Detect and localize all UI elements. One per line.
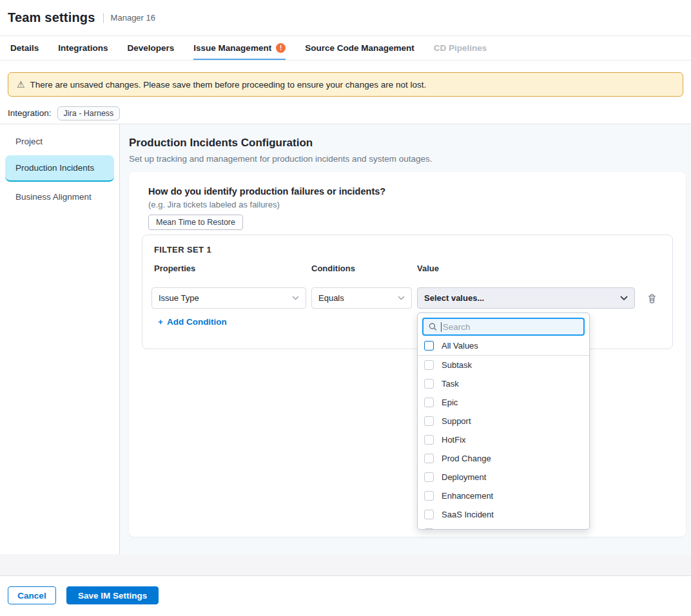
chevron-down-icon <box>620 296 628 301</box>
page-title: Team settings <box>8 10 95 25</box>
checkbox-icon[interactable] <box>424 528 434 530</box>
tab-source-code-management[interactable]: Source Code Management <box>305 36 414 60</box>
property-select-value: Issue Type <box>159 293 199 303</box>
title-divider <box>103 13 104 23</box>
option-label: SaaS Incident <box>442 510 494 519</box>
checkbox-icon[interactable] <box>424 360 434 370</box>
cancel-button[interactable]: Cancel <box>8 586 56 604</box>
value-select[interactable]: Select values... <box>417 287 635 309</box>
incidents-config-card: How do you identify production failures … <box>129 172 686 537</box>
select-all-label: All Values <box>442 341 478 351</box>
option-label: Prod Change <box>442 454 491 463</box>
dropdown-option-hotfix[interactable]: HotFix <box>418 430 589 449</box>
filter-column-labels: Properties Conditions Value <box>142 264 672 273</box>
dropdown-option-subtask[interactable]: Subtask <box>418 356 589 374</box>
section-title: Production Incidents Configuration <box>129 137 686 149</box>
chevron-down-icon <box>398 296 405 300</box>
value-dropdown-panel: All Values Subtask Task <box>417 313 590 530</box>
value-column-label: Value <box>417 264 439 273</box>
warning-triangle-icon: ⚠ <box>17 80 25 89</box>
option-label: Customer Notification <box>442 528 521 530</box>
value-select-placeholder: Select values... <box>424 293 484 303</box>
condition-select-value: Equals <box>318 293 344 303</box>
checkbox-icon[interactable] <box>424 472 434 482</box>
trash-icon <box>647 293 657 303</box>
sidebar-item-production-incidents[interactable]: Production Incidents <box>5 155 114 182</box>
dropdown-option-enhancement[interactable]: Enhancement <box>418 486 589 505</box>
tab-label: Issue Management <box>193 43 271 53</box>
checkbox-icon[interactable] <box>424 491 434 501</box>
dropdown-option-task[interactable]: Task <box>418 374 589 393</box>
integration-row: Integration: Jira - Harness <box>8 105 691 121</box>
filter-row: Issue Type Equals Select values... <box>142 287 672 309</box>
add-condition-button[interactable]: + Add Condition <box>158 317 227 327</box>
dropdown-option-deployment[interactable]: Deployment <box>418 468 589 486</box>
sidebar-item-project[interactable]: Project <box>0 133 119 150</box>
search-icon <box>429 322 437 331</box>
option-label: Epic <box>442 398 458 407</box>
checkbox-icon[interactable] <box>424 379 434 389</box>
integration-label: Integration: <box>8 108 52 118</box>
delete-filter-button[interactable] <box>647 293 657 303</box>
property-select[interactable]: Issue Type <box>151 287 306 309</box>
value-select-wrapper: Select values... <box>417 287 635 309</box>
tab-issue-management[interactable]: Issue Management ! <box>193 36 286 60</box>
tab-integrations[interactable]: Integrations <box>58 36 108 60</box>
identify-hint: (e.g. Jira tickets labeled as failures) <box>148 200 673 209</box>
save-im-settings-button[interactable]: Save IM Settings <box>66 586 159 604</box>
dropdown-option-support[interactable]: Support <box>418 412 589 430</box>
checkbox-icon[interactable] <box>424 454 434 463</box>
footer-bar: Cancel Save IM Settings <box>0 576 691 615</box>
dropdown-search-box[interactable] <box>422 318 585 336</box>
option-label: Subtask <box>442 360 472 370</box>
checkbox-icon[interactable] <box>424 341 434 351</box>
tab-cd-pipelines: CD Pipelines <box>434 36 487 60</box>
checkbox-icon[interactable] <box>424 416 434 426</box>
checkbox-icon[interactable] <box>424 435 434 445</box>
bottom-strip <box>0 554 691 576</box>
page-subtitle: Manager 16 <box>111 13 155 23</box>
checkbox-icon[interactable] <box>424 510 434 519</box>
option-label: HotFix <box>442 435 466 445</box>
dropdown-option-customer-notification[interactable]: Customer Notification <box>418 524 589 530</box>
identify-question: How do you identify production failures … <box>148 186 673 197</box>
add-condition-label: Add Condition <box>167 317 227 327</box>
sidebar-item-business-alignment[interactable]: Business Alignment <box>0 188 119 206</box>
dropdown-option-epic[interactable]: Epic <box>418 393 589 412</box>
section-sidebar: Project Production Incidents Business Al… <box>0 124 120 554</box>
filter-set-title: FILTER SET 1 <box>142 235 672 255</box>
page-header: Team settings Manager 16 <box>0 0 691 36</box>
select-all-option[interactable]: All Values <box>418 336 589 356</box>
option-label: Enhancement <box>442 491 493 501</box>
integration-chip[interactable]: Jira - Harness <box>57 106 121 120</box>
checkbox-icon[interactable] <box>424 398 434 407</box>
text-cursor <box>441 322 442 332</box>
section-content: Production Incidents Configuration Set u… <box>120 124 691 554</box>
section-subtitle: Set up tracking and management for produ… <box>129 154 686 164</box>
unsaved-changes-banner: ⚠ There are unsaved changes. Please save… <box>8 72 683 97</box>
chevron-down-icon <box>292 296 299 300</box>
settings-body: Project Production Incidents Business Al… <box>0 124 691 554</box>
dropdown-option-saas-incident[interactable]: SaaS Incident <box>418 505 589 524</box>
alert-badge-icon: ! <box>276 43 286 53</box>
dropdown-option-prod-change[interactable]: Prod Change <box>418 449 589 468</box>
metric-chip-mttr[interactable]: Mean Time to Restore <box>148 215 243 230</box>
tab-details[interactable]: Details <box>10 36 39 60</box>
banner-text: There are unsaved changes. Please save t… <box>30 80 427 90</box>
option-label: Deployment <box>442 472 486 482</box>
option-label: Support <box>442 416 471 426</box>
dropdown-search-input[interactable] <box>443 322 578 332</box>
properties-column-label: Properties <box>154 264 311 273</box>
option-label: Task <box>442 379 459 389</box>
tab-developers[interactable]: Developers <box>128 36 175 60</box>
conditions-column-label: Conditions <box>311 264 417 273</box>
plus-icon: + <box>158 317 163 327</box>
condition-select[interactable]: Equals <box>311 287 412 309</box>
tab-bar: Details Integrations Developers Issue Ma… <box>0 36 691 61</box>
filter-set-1: FILTER SET 1 Properties Conditions Value… <box>142 235 673 349</box>
